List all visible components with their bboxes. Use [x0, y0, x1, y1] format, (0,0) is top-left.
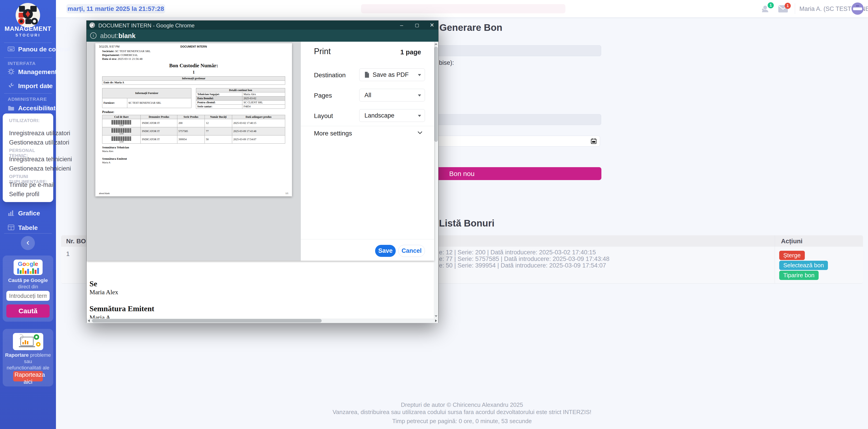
page-count: 1 page — [400, 49, 421, 56]
doc-products-table: Cod de Bare Denumire Produs Serie Produs… — [102, 115, 285, 144]
column-divider — [775, 235, 775, 283]
doc-gestionar-table: Informații gestionar Emis de: Maria A — [102, 76, 285, 85]
chevron-left-icon: ‹ — [27, 238, 29, 247]
sidebar-item-accesibilitate[interactable]: Accesibilitate › — [0, 103, 56, 113]
submenu-item-trimite-pe-email[interactable]: Trimite pe e-mail — [9, 181, 54, 188]
google-search-card: Google Caută pe Google direct din aplica… — [3, 255, 53, 321]
url-bar[interactable]: i about:blank — [87, 30, 438, 42]
doc-dataora: Data si ora: 2025-03-11 21:56:48 — [102, 57, 151, 61]
bon-detail-line: e: 12 | Serie: 200 | Dată introducere: 2… — [439, 249, 596, 256]
mail-count-badge: 1 — [785, 3, 791, 9]
doc-detalii-table: Detalii continut bon Tehnician/Angajat:M… — [196, 88, 285, 109]
sidebar-item-label: Import date — [18, 83, 53, 90]
wrench-icon — [8, 82, 14, 90]
url-text: about:blank — [100, 32, 135, 40]
sidebar-item-grafice[interactable]: Grafice — [0, 208, 56, 218]
doc-societate: Societate: SC TEST BENEFICIAR SRL — [102, 49, 151, 53]
print-settings-panel: Print 1 page Destination Save as PDF Pag… — [301, 42, 434, 261]
page-behind-emit-label: Semnătura Emitent — [90, 304, 154, 313]
barcode-cell: 12345 — [102, 127, 141, 135]
barcode-image — [112, 120, 131, 125]
report-card: Raportare probleme sau nefunctionalitati… — [3, 329, 53, 387]
notification-bar-empty — [361, 4, 565, 13]
scroll-left-arrow[interactable] — [88, 319, 90, 322]
sterge-button[interactable]: Șterge — [779, 251, 805, 260]
doc-bon-title: Bon Custodie Număr: — [95, 63, 292, 69]
pdf-file-icon — [365, 72, 369, 78]
horizontal-scroll-thumb[interactable] — [92, 319, 322, 323]
datetime-text: marți, 11 martie 2025 la 21:57:28 — [67, 5, 164, 12]
scroll-up-arrow[interactable] — [435, 43, 437, 45]
sidebar-item-panou-de-control[interactable]: Panou de control — [0, 44, 56, 54]
chevron-right-icon: › — [48, 82, 50, 90]
submenu-item-inregistreaza-tehnicieni[interactable]: Inregistreaza tehnicieni — [9, 156, 72, 163]
users-icon[interactable]: 1 — [762, 4, 771, 13]
report-button[interactable]: Raporteaza aici — [13, 371, 43, 381]
doc-sign-emit-label: Semnătura Emitent — [102, 157, 127, 161]
submenu-item-inregistreaza-utilizatori[interactable]: Inregistreaza utilizatori — [9, 130, 70, 137]
calendar-icon — [591, 138, 597, 144]
horizontal-scrollbar[interactable] — [87, 318, 438, 323]
submenu-item-gestioneaza-utilizatori[interactable]: Gestioneaza utilizatori — [9, 139, 69, 146]
print-header-title: DOCUMENT INTERN — [95, 45, 292, 48]
datetime-badge: marți, 11 martie 2025 la 21:57:28 — [66, 4, 165, 13]
report-illustration — [13, 333, 43, 350]
vertical-scrollbar[interactable] — [434, 42, 438, 318]
cell-nr-bon: 1 — [66, 250, 70, 257]
divider — [4, 233, 52, 234]
save-button[interactable]: Save — [375, 245, 396, 257]
barcode-image — [112, 128, 131, 133]
chrome-icon — [89, 22, 95, 28]
sidebar-item-management[interactable]: Management › — [0, 67, 56, 77]
close-button[interactable]: ✕ — [426, 21, 438, 30]
google-logo: Google — [13, 259, 42, 275]
more-settings-button[interactable]: More settings — [301, 126, 434, 140]
submenu-item-gestioneaza-tehnicieni[interactable]: Gestioneaza tehnicieni — [9, 165, 71, 172]
sidebar-item-label: Management — [18, 68, 57, 75]
google-search-button[interactable]: Caută — [6, 304, 50, 317]
google-search-input[interactable] — [6, 291, 50, 301]
page-title-generare-bon: Generare Bon — [439, 22, 502, 33]
topbar: marți, 11 martie 2025 la 21:57:28 1 1 Ma… — [56, 0, 868, 17]
sidebar-item-import-date[interactable]: Import date › — [0, 81, 56, 91]
gear-icon — [8, 68, 14, 76]
keyboard-icon — [8, 45, 14, 53]
column-header-actiuni: Acțiuni — [781, 238, 803, 245]
vertical-scroll-thumb[interactable] — [434, 47, 438, 142]
chrome-print-window: DOCUMENT INTERN - Google Chrome – ▢ ✕ i … — [86, 20, 438, 323]
doc-sign-emit-name: Maria A — [102, 161, 110, 164]
print-preview-page: 3/11/25, 9:57 PM DOCUMENT INTERN Societa… — [95, 43, 292, 196]
selecteaza-bon-button[interactable]: Selectează bon — [779, 261, 828, 270]
chart-icon — [8, 210, 14, 217]
maximize-button[interactable]: ▢ — [411, 21, 423, 30]
cancel-button[interactable]: Cancel — [398, 245, 425, 257]
tiparire-bon-button[interactable]: Tiparire bon — [779, 271, 818, 280]
chevron-down-icon — [418, 74, 421, 76]
pages-dropdown[interactable]: All — [359, 89, 425, 101]
sidebar-collapse-button[interactable]: ‹ — [21, 236, 35, 250]
bon-detail-line: e: 77 | Serie: 5757585 | Dată introducer… — [439, 255, 610, 263]
scroll-down-arrow[interactable] — [435, 315, 437, 317]
layout-label: Layout — [314, 112, 333, 120]
submenu-item-selfie-profil[interactable]: Selfie profil — [9, 191, 39, 198]
layout-dropdown[interactable]: Landscape — [359, 109, 425, 122]
avatar[interactable] — [851, 2, 864, 15]
doc-sign-tech-label: Semnătura Tehnician — [102, 146, 129, 149]
chevron-down-icon — [417, 131, 423, 134]
app-root: MANAGEMENT STOCURI Panou de control INTE… — [0, 0, 868, 429]
sidebar-item-tabele[interactable]: Tabele — [0, 223, 56, 233]
scroll-right-arrow[interactable] — [435, 319, 437, 322]
destination-dropdown[interactable]: Save as PDF — [359, 68, 425, 81]
print-preview-area: 3/11/25, 9:57 PM DOCUMENT INTERN Societa… — [87, 42, 301, 261]
app-logo — [16, 3, 40, 28]
window-titlebar[interactable]: DOCUMENT INTERN - Google Chrome – ▢ ✕ — [87, 21, 438, 30]
page-title-lista-bonuri: Listă Bonuri — [439, 218, 494, 229]
users-count-badge: 1 — [768, 2, 774, 8]
info-icon[interactable]: i — [90, 32, 96, 39]
chevron-right-icon: › — [48, 68, 50, 76]
doc-produse-label: Produse: — [102, 110, 114, 114]
chevron-down-icon: › — [46, 107, 54, 110]
minimize-button[interactable]: – — [395, 21, 408, 30]
mail-icon[interactable]: 1 — [778, 5, 788, 13]
doc-footer-url: about:blank — [99, 192, 110, 194]
